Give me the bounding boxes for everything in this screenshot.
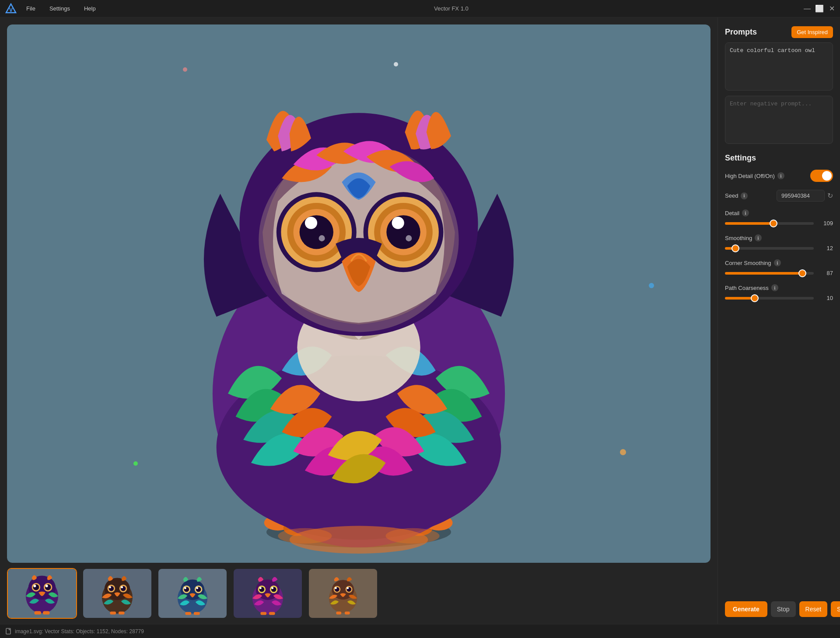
svg-point-30 [392,217,404,229]
smoothing-slider-track[interactable] [725,247,814,250]
prompts-header: Prompts Get Inspired [725,26,833,38]
detail-slider-thumb[interactable] [770,220,777,227]
svg-rect-89 [345,612,350,615]
canvas-panel [0,17,718,624]
svg-point-24 [319,235,325,241]
positive-prompt-input[interactable]: Cute colorful cartoon owl [725,42,833,91]
high-detail-info-icon[interactable]: ℹ [777,172,784,179]
maximize-button[interactable]: ⬜ [816,6,822,12]
prompts-title: Prompts [725,28,757,37]
svg-text:V: V [9,7,13,13]
smoothing-setting-row: Smoothing ℹ 12 [725,234,833,251]
svg-point-65 [196,587,198,589]
save-button[interactable]: Save [831,601,840,617]
corner-smoothing-label: Corner Smoothing [725,260,771,266]
svg-point-33 [278,528,332,544]
svg-point-34 [386,528,440,544]
decor-dot-4 [620,449,626,455]
svg-rect-77 [260,612,266,615]
detail-label: Detail [725,210,739,216]
corner-smoothing-slider-value: 87 [817,270,833,276]
status-text: image1.svg: Vector Stats: Objects: 1152,… [15,628,144,635]
svg-rect-90 [6,628,10,634]
svg-rect-45 [43,611,50,615]
corner-smoothing-info-icon[interactable]: ℹ [774,259,781,266]
image-viewport [7,24,710,563]
bottom-buttons: Generate Stop Reset Save [725,593,833,617]
svg-point-53 [109,586,111,589]
svg-rect-55 [110,612,116,615]
svg-rect-88 [336,612,341,615]
corner-smoothing-slider-row: 87 [725,270,833,276]
svg-point-76 [271,587,273,589]
thumbnail-2[interactable] [82,568,152,619]
thumb-5-image [309,568,377,618]
titlebar: V File Settings Help Vector FX 1.0 — ⬜ ✕ [0,0,840,17]
svg-point-86 [335,587,337,589]
menu-help[interactable]: Help [81,3,98,14]
seed-row: Seed ℹ ↻ [725,190,833,202]
svg-point-64 [184,587,186,589]
main-area: Prompts Get Inspired Cute colorful carto… [0,17,840,624]
corner-smoothing-setting-row: Corner Smoothing ℹ 87 [725,259,833,276]
reset-button[interactable]: Reset [799,601,828,617]
svg-point-43 [46,585,48,588]
path-coarseness-slider-thumb[interactable] [751,294,759,302]
app-title: Vector FX 1.0 [98,5,804,12]
detail-info-icon[interactable]: ℹ [742,209,749,216]
high-detail-row: High Detail (Off/On) ℹ [725,170,833,182]
minimize-button[interactable]: — [804,6,810,12]
thumb-2-image [83,568,151,618]
generate-button[interactable]: Generate [725,601,767,617]
right-panel: Prompts Get Inspired Cute colorful carto… [718,17,840,624]
thumbnail-4[interactable] [233,568,303,619]
svg-point-75 [259,587,262,589]
svg-rect-78 [269,612,275,615]
svg-point-42 [34,585,36,588]
seed-refresh-icon[interactable]: ↻ [827,192,833,200]
path-coarseness-slider-value: 10 [817,295,833,301]
smoothing-info-icon[interactable]: ℹ [755,234,762,241]
detail-setting-row: Detail ℹ 109 [725,209,833,227]
thumbnail-3[interactable] [158,568,228,619]
get-inspired-button[interactable]: Get Inspired [791,26,833,38]
thumbnail-5[interactable] [308,568,378,619]
corner-smoothing-slider-fill [725,272,802,275]
status-bar: image1.svg: Vector Stats: Objects: 1152,… [0,624,840,638]
detail-slider-value: 109 [817,220,833,227]
detail-slider-row: 109 [725,220,833,227]
close-button[interactable]: ✕ [829,6,835,12]
detail-slider-track[interactable] [725,222,814,225]
detail-slider-fill [725,222,774,225]
thumb-4-image [234,568,302,618]
app-logo: V [5,3,17,14]
settings-title: Settings [725,153,833,163]
menu-settings[interactable]: Settings [47,3,73,14]
thumb-1-image [8,568,76,618]
corner-smoothing-slider-thumb[interactable] [798,269,806,277]
smoothing-slider-value: 12 [817,245,833,251]
smoothing-slider-thumb[interactable] [732,244,739,252]
svg-rect-67 [194,612,200,615]
corner-smoothing-slider-track[interactable] [725,272,814,275]
seed-info-icon[interactable]: ℹ [741,192,748,199]
menu-file[interactable]: File [24,3,38,14]
path-coarseness-label: Path Coarseness [725,285,769,291]
svg-point-87 [346,587,349,589]
path-coarseness-info-icon[interactable]: ℹ [771,284,778,291]
menu-bar: File Settings Help [24,3,98,14]
svg-rect-66 [185,612,191,615]
high-detail-toggle[interactable] [810,170,833,182]
smoothing-label: Smoothing [725,235,752,241]
negative-prompt-input[interactable] [725,96,833,144]
svg-point-23 [305,217,317,229]
canvas-background [7,24,710,563]
thumbnail-1[interactable] [7,568,77,619]
path-coarseness-slider-row: 10 [725,295,833,301]
path-coarseness-setting-row: Path Coarseness ℹ 10 [725,284,833,301]
svg-point-54 [121,586,123,589]
stop-button[interactable]: Stop [771,601,796,617]
path-coarseness-slider-track[interactable] [725,297,814,300]
seed-input[interactable] [777,190,825,202]
thumb-3-image [158,568,227,618]
